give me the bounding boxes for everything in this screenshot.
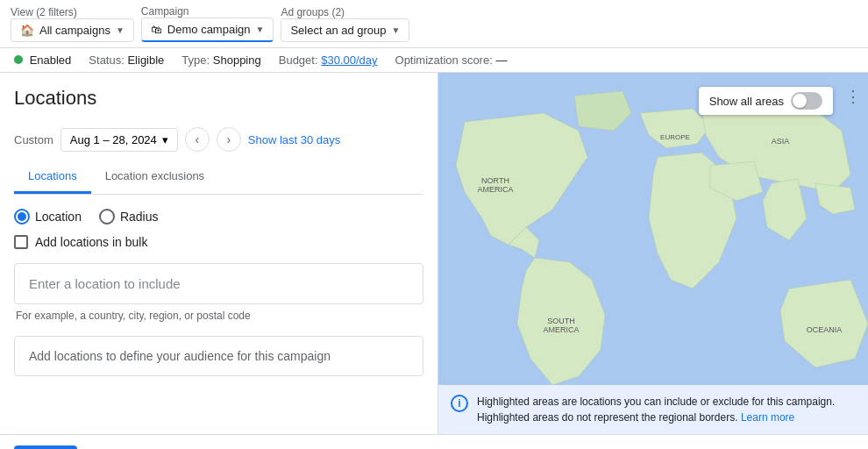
custom-label: Custom [14, 133, 53, 146]
ad-groups-label: Ad groups (2) [281, 6, 406, 18]
svg-text:AMERICA: AMERICA [543, 325, 579, 334]
show-last-30-link[interactable]: Show last 30 days [248, 133, 341, 146]
info-banner: i Highlighted areas are locations you ca… [438, 385, 868, 434]
location-radio-label: Location [35, 210, 82, 224]
right-panel: NORTH AMERICA SOUTH AMERICA EUROPE ASIA … [438, 73, 868, 434]
save-button[interactable]: Save [14, 445, 77, 449]
learn-more-link[interactable]: Learn more [741, 411, 794, 424]
ad-group-dropdown[interactable]: Select an ad group ▼ [281, 18, 409, 42]
enabled-dot [14, 55, 23, 64]
map-svg: NORTH AMERICA SOUTH AMERICA EUROPE ASIA … [438, 73, 868, 434]
status-item: Status: Eligible [89, 53, 164, 67]
demo-campaign-label: Demo campaign [167, 23, 251, 36]
optimization-item: Optimization score: — [395, 53, 508, 67]
budget-item: Budget: $30.00/day [279, 53, 378, 67]
radius-radio-item[interactable]: Radius [99, 209, 159, 224]
date-controls: Custom Aug 1 – 28, 2024 ▾ ‹ › Show last … [14, 127, 340, 152]
campaign-label: Campaign [141, 5, 271, 18]
location-input[interactable] [29, 276, 409, 291]
svg-text:OCEANIA: OCEANIA [807, 325, 843, 334]
input-hint: For example, a country, city, region, or… [14, 310, 423, 322]
prev-date-button[interactable]: ‹ [185, 127, 210, 152]
svg-text:EUROPE: EUROPE [660, 133, 690, 141]
svg-text:AMERICA: AMERICA [477, 185, 513, 194]
svg-text:NORTH: NORTH [481, 176, 509, 185]
chevron-down-icon-date: ▾ [162, 133, 168, 146]
select-ad-group-label: Select an ad group [290, 24, 386, 37]
bulk-checkbox-label: Add locations in bulk [35, 235, 147, 249]
map-area: NORTH AMERICA SOUTH AMERICA EUROPE ASIA … [438, 73, 868, 434]
left-panel: Locations Custom Aug 1 – 28, 2024 ▾ ‹ › … [0, 73, 438, 434]
bulk-checkbox-row[interactable]: Add locations in bulk [14, 235, 423, 249]
campaign-icon: 🛍 [151, 23, 162, 36]
svg-text:ASIA: ASIA [772, 137, 790, 146]
svg-text:SOUTH: SOUTH [547, 317, 575, 325]
bulk-checkbox[interactable] [14, 235, 28, 249]
radius-radio-button[interactable] [99, 209, 115, 224]
add-locations-text: Add locations to define your audience fo… [29, 349, 331, 363]
info-icon: i [451, 395, 468, 412]
home-icon: 🏠 [20, 24, 34, 37]
view-filter-label: View (2 filters) [11, 6, 131, 18]
chevron-down-icon-adgroup: ▼ [392, 25, 401, 35]
chevron-down-icon: ▼ [116, 25, 125, 35]
all-campaigns-label: All campaigns [39, 24, 110, 37]
status-bar: Enabled Status: Eligible Type: Shopping … [0, 48, 868, 73]
next-date-button[interactable]: › [217, 127, 241, 152]
radius-radio-label: Radius [120, 210, 159, 224]
info-text: Highlighted areas are locations you can … [477, 394, 856, 425]
campaign-dropdown[interactable]: 🛍 Demo campaign ▼ [141, 18, 274, 42]
toggle-knob [793, 94, 807, 108]
main-content: Locations Custom Aug 1 – 28, 2024 ▾ ‹ › … [0, 73, 868, 434]
date-range-dropdown[interactable]: Aug 1 – 28, 2024 ▾ [60, 128, 178, 152]
location-input-wrapper[interactable] [14, 263, 423, 304]
show-all-areas-toggle[interactable] [791, 92, 822, 110]
add-locations-box: Add locations to define your audience fo… [14, 336, 423, 376]
location-radio-item[interactable]: Location [14, 209, 82, 224]
page-title: Locations [14, 87, 96, 110]
all-campaigns-dropdown[interactable]: 🏠 All campaigns ▼ [11, 18, 134, 42]
location-radio-button[interactable] [14, 209, 30, 224]
budget-link[interactable]: $30.00/day [321, 53, 377, 67]
targeting-type-group: Location Radius [14, 209, 423, 224]
enabled-status: Enabled [14, 53, 71, 67]
tab-location-exclusions[interactable]: Location exclusions [91, 160, 218, 194]
chevron-down-icon-campaign: ▼ [256, 25, 265, 34]
show-all-areas-label: Show all areas [709, 95, 784, 108]
action-bar: Save Cancel [0, 434, 868, 449]
date-range-value: Aug 1 – 28, 2024 [70, 133, 157, 146]
show-all-areas-control: Show all areas [699, 87, 833, 115]
more-options-icon[interactable]: ⋮ [845, 87, 861, 106]
tabs: Locations Location exclusions [14, 160, 423, 195]
tab-locations[interactable]: Locations [14, 160, 91, 194]
top-bar: View (2 filters) 🏠 All campaigns ▼ Campa… [0, 0, 868, 48]
type-item: Type: Shopping [181, 53, 260, 67]
